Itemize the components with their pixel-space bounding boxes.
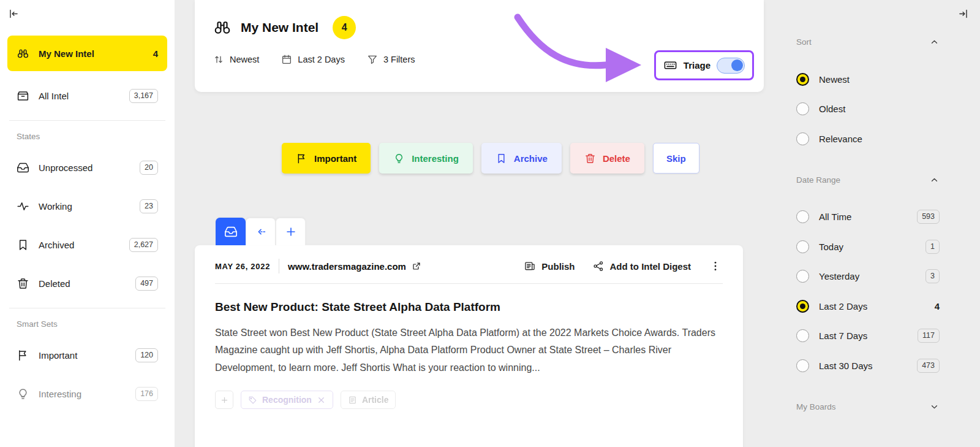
- states-section-label: States: [17, 132, 158, 141]
- tab-previous[interactable]: [246, 218, 276, 245]
- triage-toggle[interactable]: [717, 58, 745, 74]
- plus-icon: [220, 395, 229, 405]
- delete-button[interactable]: Delete: [570, 143, 644, 174]
- date-option-all-time[interactable]: All Time 593: [796, 202, 940, 232]
- interesting-button[interactable]: Interesting: [379, 143, 473, 174]
- collapse-right-sidebar-button[interactable]: [954, 5, 971, 22]
- plus-icon: [284, 225, 298, 239]
- article-source-link[interactable]: www.tradersmagazine.com: [288, 261, 421, 272]
- collapse-left-icon: [8, 8, 20, 20]
- important-button-label: Important: [314, 153, 356, 164]
- sort-option-label: Relevance: [819, 134, 862, 144]
- sort-section-header[interactable]: Sort: [796, 37, 940, 47]
- sort-option-newest[interactable]: Newest: [796, 64, 940, 94]
- sidebar-item-my-new-intel[interactable]: My New Intel 4: [7, 36, 167, 71]
- triage-control: Triage: [654, 50, 754, 80]
- publish-button[interactable]: Publish: [524, 260, 575, 272]
- date-filter-chip[interactable]: Last 2 Days: [281, 54, 345, 65]
- publish-label: Publish: [541, 261, 575, 272]
- binoculars-icon: [213, 18, 232, 37]
- triage-actions-row: Important Interesting Archive Delete: [282, 143, 764, 174]
- external-link-icon: [412, 261, 421, 271]
- date-option-last-7-days[interactable]: Last 7 Days 117: [796, 321, 940, 351]
- remove-tag-icon[interactable]: [317, 395, 326, 405]
- sidebar-item-all-intel[interactable]: All Intel 3,167: [7, 82, 167, 110]
- date-option-count-badge: 593: [917, 210, 940, 224]
- tag-article-label: Article: [362, 395, 389, 405]
- sort-option-label: Newest: [819, 74, 850, 85]
- date-range-section-header[interactable]: Date Range: [796, 175, 940, 185]
- add-tag-button[interactable]: [215, 391, 233, 409]
- lightbulb-icon: [393, 153, 405, 164]
- sort-option-relevance[interactable]: Relevance: [796, 124, 940, 154]
- archive-button[interactable]: Archive: [481, 143, 562, 174]
- radio[interactable]: [796, 359, 809, 372]
- tag-article[interactable]: Article: [341, 391, 396, 409]
- radio[interactable]: [796, 270, 809, 283]
- radio[interactable]: [796, 132, 809, 145]
- sidebar-item-label: Working: [39, 201, 72, 212]
- date-option-today[interactable]: Today 1: [796, 232, 940, 262]
- add-to-intel-digest-button[interactable]: Add to Intel Digest: [592, 260, 692, 272]
- sidebar-item-label: All Intel: [39, 91, 69, 101]
- date-option-label: Last 7 Days: [819, 330, 867, 341]
- sort-option-oldest[interactable]: Oldest: [796, 94, 940, 124]
- filters-chip[interactable]: 3 Filters: [367, 54, 415, 65]
- tab-add[interactable]: [276, 218, 306, 245]
- radio-selected[interactable]: [796, 73, 809, 86]
- smart-sets-section-label: Smart Sets: [17, 319, 158, 329]
- sidebar-item-count-badge: 176: [135, 387, 158, 401]
- main-content: My New Intel 4 Newest Last 2 Days: [175, 0, 784, 447]
- collapse-left-sidebar-button[interactable]: [5, 5, 22, 22]
- date-option-count-badge: 3: [925, 269, 940, 283]
- tag-icon: [248, 395, 257, 405]
- sidebar-item-interesting[interactable]: Interesting 176: [7, 380, 167, 408]
- sidebar-item-archived[interactable]: Archived 2,627: [7, 231, 167, 259]
- radio[interactable]: [796, 329, 809, 342]
- date-option-label: Today: [819, 242, 843, 252]
- article-divider: [215, 283, 723, 284]
- article-tags-row: Recognition Article: [215, 391, 723, 409]
- important-button[interactable]: Important: [282, 143, 371, 174]
- article-more-menu-button[interactable]: [708, 259, 723, 273]
- sidebar-item-deleted[interactable]: Deleted 497: [7, 269, 167, 297]
- sidebar-item-label: Unprocessed: [39, 162, 92, 173]
- sort-arrows-icon: [213, 54, 224, 65]
- filters-chip-label: 3 Filters: [383, 55, 415, 64]
- meta-divider: [279, 259, 279, 273]
- document-icon: [348, 395, 357, 405]
- date-option-last-30-days[interactable]: Last 30 Days 473: [796, 351, 940, 381]
- date-option-last-2-days[interactable]: Last 2 Days 4: [796, 291, 940, 321]
- date-option-label: Last 30 Days: [819, 361, 873, 371]
- feed-title-row: My New Intel 4: [213, 16, 745, 39]
- radio-selected[interactable]: [796, 300, 809, 313]
- tag-recognition[interactable]: Recognition: [241, 391, 333, 409]
- sidebar-item-unprocessed[interactable]: Unprocessed 20: [7, 153, 167, 181]
- sidebar-item-working[interactable]: Working 23: [7, 192, 167, 220]
- collapse-right-icon: [957, 8, 969, 20]
- sort-filter-label: Newest: [230, 55, 259, 64]
- radio[interactable]: [796, 210, 809, 223]
- tab-inbox[interactable]: [216, 218, 246, 245]
- chevron-up-icon: [929, 37, 940, 47]
- sort-filter-chip[interactable]: Newest: [213, 54, 259, 65]
- keyboard-icon: [663, 58, 677, 72]
- trash-icon: [17, 277, 29, 290]
- calendar-icon: [281, 54, 292, 65]
- skip-button[interactable]: Skip: [653, 143, 699, 174]
- radio[interactable]: [796, 102, 809, 115]
- radio[interactable]: [796, 240, 809, 253]
- my-boards-section-header[interactable]: My Boards: [796, 402, 940, 412]
- date-option-count: 4: [935, 301, 940, 311]
- sort-option-label: Oldest: [819, 104, 845, 114]
- article-meta-row: MAY 26, 2022 www.tradersmagazine.com Pub…: [215, 259, 723, 273]
- intel-tabs: [216, 218, 764, 245]
- date-option-count-badge: 473: [917, 359, 940, 373]
- right-sidebar: Sort Newest Oldest Relevance Date Range: [784, 0, 980, 447]
- sidebar-item-label: Archived: [39, 240, 74, 250]
- date-option-yesterday[interactable]: Yesterday 3: [796, 262, 940, 292]
- sidebar-item-count-badge: 120: [135, 348, 158, 362]
- sidebar-item-important[interactable]: Important 120: [7, 341, 167, 369]
- triage-label: Triage: [684, 60, 710, 71]
- add-to-intel-digest-label: Add to Intel Digest: [610, 261, 692, 272]
